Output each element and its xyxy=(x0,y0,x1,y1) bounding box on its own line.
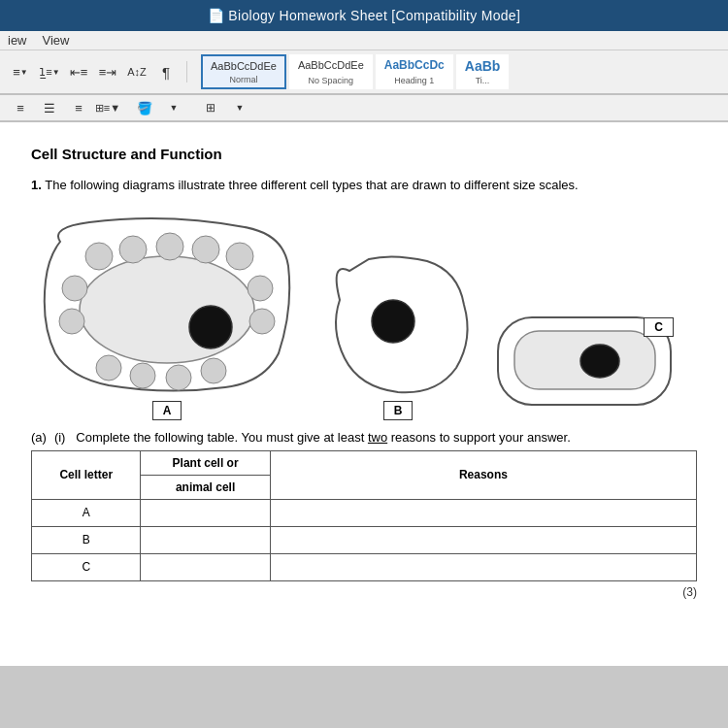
question1-number: 1. xyxy=(31,178,42,192)
score-note: (3) xyxy=(31,585,697,599)
cell-type-a[interactable] xyxy=(141,499,270,526)
cell-type-c[interactable] xyxy=(141,553,270,580)
list-number-btn[interactable]: 1̲≡▼ xyxy=(37,61,62,83)
reasons-a[interactable] xyxy=(270,499,696,526)
question-a-subpart: (i) Complete the following table. You mu… xyxy=(54,430,571,445)
cell-b-svg xyxy=(320,251,476,397)
decrease-indent-btn[interactable]: ⇤≡ xyxy=(66,61,91,83)
table-row-c: C xyxy=(32,553,697,580)
title-bar: 📄 Biology Homework Sheet [Compatibility … xyxy=(0,0,728,31)
svg-point-7 xyxy=(59,309,84,334)
question1-body: The following diagrams illustrate three … xyxy=(45,178,578,192)
cell-letter-c: C xyxy=(32,553,141,580)
document-area: Cell Structure and Function 1. The follo… xyxy=(0,122,728,666)
style-title[interactable]: AaBb Ti... xyxy=(456,54,510,89)
table-header-cell-letter: Cell letter xyxy=(32,450,141,499)
menu-item-view[interactable]: View xyxy=(43,33,70,48)
title-bar-icon: 📄 xyxy=(208,8,229,23)
svg-point-0 xyxy=(80,256,254,363)
table-header-reasons: Reasons xyxy=(270,450,696,499)
border-btn[interactable]: ⊞ xyxy=(198,97,223,118)
style-title-sample: AaBb xyxy=(465,58,501,74)
border-dropdown-btn[interactable]: ▼ xyxy=(227,97,252,118)
shading-dropdown-btn[interactable]: ▼ xyxy=(161,97,186,118)
cell-diagrams: A B xyxy=(31,213,697,420)
cell-type-b[interactable] xyxy=(141,526,270,553)
cell-c-label: C xyxy=(644,317,674,337)
reasons-b[interactable] xyxy=(270,526,696,553)
ribbon-row-2: ≡ ☰ ≡ ⊞≡▼ 🪣 ▼ ⊞ ▼ xyxy=(0,95,728,122)
pilcrow-btn[interactable]: ¶ xyxy=(153,61,179,83)
style-normal-sample: AaBbCcDdEe xyxy=(211,59,277,73)
align-center-btn[interactable]: ☰ xyxy=(37,97,62,118)
table-header-plant-animal: Plant cell or xyxy=(141,450,270,475)
svg-point-14 xyxy=(189,306,232,348)
svg-point-18 xyxy=(580,345,619,378)
cell-a-svg xyxy=(31,213,303,397)
style-nospacing[interactable]: AaBbCcDdEe No Spacing xyxy=(289,54,373,89)
style-heading1[interactable]: AaBbCcDc Heading 1 xyxy=(376,54,453,89)
align-justify-btn[interactable]: ≡ xyxy=(66,97,91,118)
cell-a-diagram: A xyxy=(31,213,303,420)
reasons-c[interactable] xyxy=(270,553,696,580)
question-a-part: (a) xyxy=(31,430,47,445)
svg-point-12 xyxy=(166,365,191,390)
svg-point-9 xyxy=(249,309,275,334)
cell-b-diagram: B xyxy=(320,251,476,420)
title-bar-text: Biology Homework Sheet [Compatibility Mo… xyxy=(228,8,520,23)
align-left-btn[interactable]: ≡ xyxy=(8,97,33,118)
shading-btn[interactable]: 🪣 xyxy=(132,97,157,118)
svg-point-1 xyxy=(85,243,113,270)
list-bullet-btn[interactable]: ≡▼ xyxy=(8,61,33,83)
cell-b-label: B xyxy=(383,401,414,420)
ribbon-row-1: ≡▼ 1̲≡▼ ⇤≡ ≡⇥ A↕Z ¶ AaBbCcDdEe Normal Aa… xyxy=(0,50,728,95)
document-title: Cell Structure and Function xyxy=(31,146,697,162)
menu-item-review[interactable]: iew xyxy=(8,33,27,48)
style-gallery: AaBbCcDdEe Normal AaBbCcDdEe No Spacing … xyxy=(201,54,509,89)
style-nospacing-sample: AaBbCcDdEe xyxy=(298,58,364,72)
question-a: (a) (i) Complete the following table. Yo… xyxy=(31,430,697,445)
multilevel-list-btn[interactable]: ⊞≡▼ xyxy=(95,97,120,118)
svg-point-15 xyxy=(372,300,414,343)
svg-point-5 xyxy=(226,243,253,270)
indent-group: ≡▼ 1̲≡▼ ⇤≡ ≡⇥ A↕Z ¶ xyxy=(8,61,187,83)
svg-point-10 xyxy=(96,355,121,381)
cell-a-label: A xyxy=(152,401,182,420)
style-nospacing-label: No Spacing xyxy=(309,76,354,85)
menu-bar: iew View xyxy=(0,31,728,50)
style-normal[interactable]: AaBbCcDdEe Normal xyxy=(201,54,286,89)
table-section: (a) (i) Complete the following table. Yo… xyxy=(31,430,697,599)
cell-letter-a: A xyxy=(32,499,141,526)
style-normal-label: Normal xyxy=(229,75,257,84)
style-title-label: Ti... xyxy=(476,76,490,85)
table-row-a: A xyxy=(32,499,697,526)
svg-point-13 xyxy=(201,358,226,383)
table-header-animal: animal cell xyxy=(141,475,270,499)
svg-point-11 xyxy=(130,363,155,388)
cell-c-diagram: C xyxy=(493,310,678,420)
cell-letter-b: B xyxy=(32,526,141,553)
table-row-b: B xyxy=(32,526,697,553)
svg-point-3 xyxy=(156,233,183,260)
increase-indent-btn[interactable]: ≡⇥ xyxy=(95,61,120,83)
svg-point-8 xyxy=(248,276,273,301)
question1-text: 1. The following diagrams illustrate thr… xyxy=(31,176,697,195)
sort-btn[interactable]: A↕Z xyxy=(124,61,149,83)
style-heading1-label: Heading 1 xyxy=(394,76,434,85)
svg-point-6 xyxy=(62,276,87,301)
biology-table: Cell letter Plant cell or Reasons animal… xyxy=(31,450,697,581)
svg-point-2 xyxy=(119,236,147,263)
style-heading1-sample: AaBbCcDc xyxy=(384,58,445,74)
svg-point-4 xyxy=(192,236,219,263)
underline-two: two xyxy=(368,430,387,445)
